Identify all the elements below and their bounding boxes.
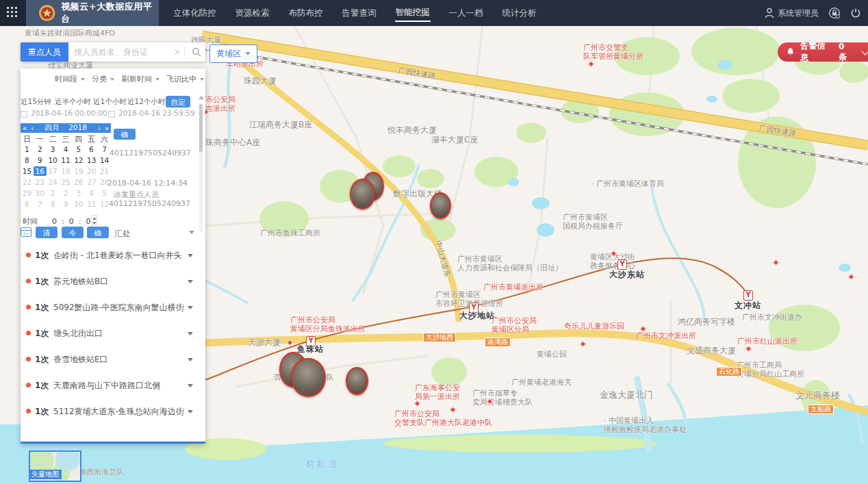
chevron-down-icon[interactable] <box>189 231 194 234</box>
calendar-day[interactable]: 5 <box>98 188 111 198</box>
calendar-day[interactable]: 29 <box>21 188 34 198</box>
calendar-day[interactable]: 7 <box>34 199 47 209</box>
chevron-down-icon[interactable] <box>188 410 193 413</box>
list-item-6[interactable]: 1次天鹿南路与山下中路路口北侧 <box>21 379 205 405</box>
calendar-day[interactable]: 4 <box>85 188 98 198</box>
filter-dropdown-2[interactable]: 分类 <box>92 74 114 84</box>
list-item-1[interactable]: 1次企岭街 - 北1巷麦岭东一巷口向井头 <box>21 249 205 275</box>
quick-range-1[interactable]: 近15分钟 <box>21 97 51 107</box>
security-settings-icon[interactable] <box>828 7 841 19</box>
quick-range-3[interactable]: 近1个小时 <box>93 97 127 107</box>
calendar-day[interactable]: 10 <box>47 155 60 165</box>
quick-range-4[interactable]: 近12个小时 <box>127 97 165 107</box>
chevron-down-icon[interactable] <box>188 306 193 309</box>
calendar-day[interactable]: 8 <box>47 199 60 209</box>
time-hour[interactable]: 0 <box>50 217 60 226</box>
clear-icon[interactable]: × <box>172 42 183 62</box>
chevron-down-icon[interactable] <box>188 254 193 257</box>
clear-button[interactable]: 清空 <box>36 227 58 238</box>
today-button[interactable]: 今天 <box>62 227 84 238</box>
custom-range-button[interactable]: 自定义 <box>166 96 190 107</box>
prev-year-icon[interactable]: « <box>21 125 29 132</box>
person-capture-marker-6[interactable] <box>346 367 368 395</box>
calendar-day[interactable]: 1 <box>47 188 60 198</box>
calendar-day[interactable]: 17 <box>47 166 60 176</box>
calendar-day[interactable]: 9 <box>60 199 73 209</box>
calendar-day[interactable]: 9 <box>34 155 47 165</box>
app-grid-button[interactable] <box>0 0 26 26</box>
calendar-day[interactable]: 1 <box>21 144 34 154</box>
nav-item-3[interactable]: 布防布控 <box>288 5 324 21</box>
scrollbar-thumb[interactable] <box>199 104 203 152</box>
calendar-day[interactable]: 8 <box>21 155 34 165</box>
calendar-day[interactable]: 30 <box>34 188 47 198</box>
calendar-day[interactable]: 5 <box>72 144 85 154</box>
person-capture-marker-2[interactable] <box>350 179 375 209</box>
search-input[interactable] <box>68 42 172 62</box>
calendar-day[interactable]: 6 <box>21 199 34 209</box>
alert-banner[interactable]: 告警信息 0 条 <box>778 42 868 62</box>
confirm-button[interactable]: 确定 <box>87 227 109 238</box>
metro-station-icon[interactable]: Y <box>743 290 753 301</box>
calendar-icon[interactable] <box>21 227 31 237</box>
nav-item-4[interactable]: 告警查询 <box>342 5 377 21</box>
chevron-down-icon[interactable] <box>862 47 868 55</box>
calendar-day[interactable]: 22 <box>21 177 34 187</box>
nav-item-7[interactable]: 统计分析 <box>502 5 537 21</box>
calendar-day[interactable]: 20 <box>85 166 98 176</box>
calendar-day[interactable]: 19 <box>72 166 85 176</box>
search-button[interactable] <box>188 42 205 62</box>
date-to-value[interactable]: 2018-04-16 23:59:59 <box>118 109 195 117</box>
calendar-day[interactable]: 3 <box>47 144 60 154</box>
user-menu[interactable]: 系统管理员 <box>765 8 819 19</box>
nav-item-2[interactable]: 资源检索 <box>235 5 270 21</box>
date-from-checkbox[interactable] <box>21 111 27 118</box>
calendar-day[interactable]: 28 <box>98 177 111 187</box>
calendar-day[interactable]: 27 <box>85 177 98 187</box>
quick-range-2[interactable]: 近半个小时 <box>55 97 91 107</box>
filter-dropdown-3[interactable]: 刷新时间 <box>122 74 159 84</box>
calendar-day[interactable]: 11 <box>60 155 73 165</box>
calendar-day[interactable]: 25 <box>60 177 73 187</box>
calendar-day[interactable]: 10 <box>72 199 85 209</box>
chevron-down-icon[interactable] <box>188 358 193 361</box>
chevron-down-icon[interactable] <box>188 384 193 387</box>
filter-dropdown-1[interactable]: 时间段 <box>55 74 85 84</box>
nav-item-1[interactable]: 立体化防控 <box>173 5 217 21</box>
date-from-value[interactable]: 2018-04-16 00:00:00 <box>31 109 107 117</box>
calendar-confirm-button[interactable]: 确定 <box>114 129 136 140</box>
list-item-5[interactable]: 1次香雪地铁站E口 <box>21 353 205 379</box>
list-item-2[interactable]: 1次苏元地铁站B口 <box>21 275 205 301</box>
tab-key-person[interactable]: 重点人员 <box>21 42 68 62</box>
calendar-day[interactable]: 3 <box>72 188 85 198</box>
logo-block[interactable]: 视频云+大数据应用平台 <box>26 0 159 26</box>
person-capture-marker-5[interactable] <box>291 358 326 397</box>
calendar-day[interactable]: 26 <box>72 177 85 187</box>
calendar-day[interactable]: 7 <box>98 144 111 154</box>
metro-station-icon[interactable]: Y <box>617 259 627 270</box>
calendar-day[interactable]: 6 <box>85 144 98 154</box>
calendar-month[interactable]: 四月 <box>42 123 61 133</box>
time-stepper[interactable] <box>91 215 97 226</box>
power-icon[interactable] <box>850 8 861 18</box>
calendar-day[interactable]: 14 <box>98 155 111 165</box>
chevron-down-icon[interactable] <box>188 280 193 283</box>
calendar-day[interactable]: 21 <box>98 166 111 176</box>
calendar-day[interactable]: 12 <box>72 155 85 165</box>
next-year-icon[interactable]: » <box>103 125 111 132</box>
prev-month-icon[interactable]: ‹ <box>29 125 36 132</box>
list-item-3[interactable]: 1次5092蟹山路-中医院东南向蟹山横街 <box>21 301 205 327</box>
calendar-day[interactable]: 11 <box>85 199 98 209</box>
calendar-day[interactable]: 2 <box>34 144 47 154</box>
calendar-day[interactable]: 16 <box>34 166 47 176</box>
calendar-day[interactable]: 18 <box>60 166 73 176</box>
calendar-day[interactable]: 15 <box>21 166 34 176</box>
nav-item-5[interactable]: 智能挖掘 <box>395 5 431 22</box>
list-item-4[interactable]: 1次塘头北街出口 <box>21 327 205 353</box>
date-to-checkbox[interactable] <box>108 111 115 118</box>
calendar-day[interactable]: 23 <box>34 177 47 187</box>
district-select[interactable]: 黄埔区 <box>209 44 257 63</box>
scroll-up-icon[interactable] <box>199 96 204 99</box>
nav-item-6[interactable]: 一人一档 <box>448 5 484 21</box>
calendar-day[interactable]: 4 <box>60 144 73 154</box>
